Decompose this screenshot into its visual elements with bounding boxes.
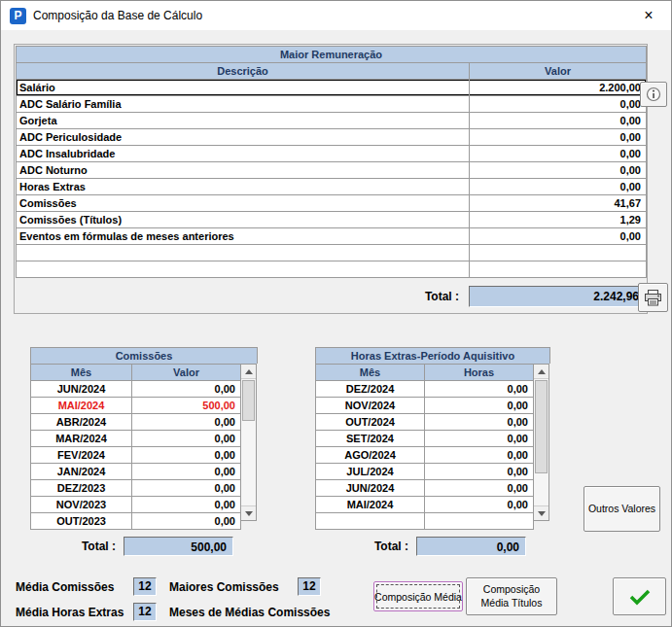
outros-valores-button[interactable]: Outros Valores xyxy=(584,486,660,532)
cell-valor[interactable]: 0,00 xyxy=(132,381,241,398)
cell-valor[interactable]: 0,00 xyxy=(132,480,241,497)
cell-descricao[interactable]: Horas Extras xyxy=(17,179,470,195)
chevron-down-icon[interactable] xyxy=(534,505,548,520)
cell-valor[interactable] xyxy=(470,261,647,278)
cell-descricao[interactable]: Comissões xyxy=(17,195,470,212)
cell-descricao[interactable]: ADC Periculosidade xyxy=(17,129,470,146)
cell-valor[interactable]: 2.200,00 xyxy=(470,80,647,96)
cell-horas[interactable]: 0,00 xyxy=(425,414,534,431)
cell-mes[interactable]: NOV/2024 xyxy=(316,398,425,414)
cell-horas[interactable]: 0,00 xyxy=(425,398,534,414)
table-row[interactable]: AGO/2024 0,00 xyxy=(316,447,534,464)
composicao-media-titulos-button[interactable]: Composição Média Títulos xyxy=(466,577,557,615)
cell-horas[interactable]: 0,00 xyxy=(425,447,534,464)
cell-descricao[interactable] xyxy=(17,261,470,278)
table-row[interactable]: JUN/2024 0,00 xyxy=(31,381,241,398)
table-row[interactable]: JAN/2024 0,00 xyxy=(31,464,241,480)
table-row[interactable]: DEZ/2024 0,00 xyxy=(316,381,534,398)
table-row[interactable]: ADC Periculosidade 0,00 xyxy=(17,129,647,146)
table-row[interactable] xyxy=(17,245,647,261)
table-row[interactable] xyxy=(316,513,534,530)
cell-valor[interactable]: 0,00 xyxy=(132,414,241,431)
cell-mes[interactable]: JAN/2024 xyxy=(31,464,132,480)
cell-valor[interactable]: 0,00 xyxy=(132,497,241,513)
info-button[interactable] xyxy=(640,82,667,107)
table-row[interactable]: ADC Noturno 0,00 xyxy=(17,162,647,179)
table-row[interactable]: FEV/2024 0,00 xyxy=(31,447,241,464)
table-row[interactable]: MAR/2024 0,00 xyxy=(31,431,241,447)
cell-valor[interactable]: 41,67 xyxy=(470,195,647,212)
cell-mes[interactable]: JUL/2024 xyxy=(316,464,425,480)
cell-valor[interactable]: 1,29 xyxy=(470,212,647,228)
cell-valor[interactable]: 0,00 xyxy=(132,513,241,530)
table-row[interactable]: Eventos em fórmulas de meses anteriores … xyxy=(17,228,647,245)
cell-descricao[interactable] xyxy=(17,245,470,261)
cell-horas[interactable]: 0,00 xyxy=(425,431,534,447)
table-row[interactable]: ABR/2024 0,00 xyxy=(31,414,241,431)
cell-valor[interactable]: 0,00 xyxy=(132,431,241,447)
scrollbar-thumb[interactable] xyxy=(535,380,548,473)
table-row[interactable]: JUN/2024 0,00 xyxy=(316,480,534,497)
cell-mes[interactable]: DEZ/2024 xyxy=(316,381,425,398)
print-button[interactable] xyxy=(638,283,668,312)
horas-scrollbar[interactable] xyxy=(534,364,549,521)
chevron-up-icon[interactable] xyxy=(534,365,548,379)
table-row[interactable]: Comissões (Títulos) 1,29 xyxy=(17,212,647,228)
table-row[interactable]: JUL/2024 0,00 xyxy=(316,464,534,480)
cell-mes[interactable]: OUT/2024 xyxy=(316,414,425,431)
cell-valor[interactable]: 0,00 xyxy=(470,146,647,162)
cell-valor[interactable]: 500,00 xyxy=(132,398,241,414)
cell-mes[interactable]: ABR/2024 xyxy=(31,414,132,431)
cell-horas[interactable]: 0,00 xyxy=(425,464,534,480)
cell-mes[interactable]: JUN/2024 xyxy=(31,381,132,398)
chevron-down-icon[interactable] xyxy=(241,505,256,520)
cell-horas[interactable]: 0,00 xyxy=(425,480,534,497)
cell-descricao[interactable]: Gorjeta xyxy=(17,113,470,129)
table-row[interactable]: ADC Insalubridade 0,00 xyxy=(17,146,647,162)
cell-descricao[interactable]: ADC Noturno xyxy=(17,162,470,179)
cell-valor[interactable]: 0,00 xyxy=(470,162,647,179)
table-row[interactable]: SET/2024 0,00 xyxy=(316,431,534,447)
cell-mes[interactable]: MAR/2024 xyxy=(31,431,132,447)
cell-valor[interactable] xyxy=(470,245,647,261)
cell-descricao[interactable]: Comissões (Títulos) xyxy=(17,212,470,228)
scrollbar-thumb[interactable] xyxy=(242,380,255,421)
cell-valor[interactable]: 0,00 xyxy=(470,179,647,195)
table-row[interactable]: ADC Salário Família 0,00 xyxy=(17,96,647,113)
cell-valor[interactable]: 0,00 xyxy=(470,113,647,129)
table-row[interactable]: OUT/2023 0,00 xyxy=(31,513,241,530)
confirm-button[interactable] xyxy=(613,577,666,615)
table-row[interactable]: MAI/2024 0,00 xyxy=(316,497,534,513)
cell-descricao[interactable]: Eventos em fórmulas de meses anteriores xyxy=(17,228,470,245)
cell-valor[interactable]: 0,00 xyxy=(470,129,647,146)
table-row[interactable]: OUT/2024 0,00 xyxy=(316,414,534,431)
chevron-up-icon[interactable] xyxy=(241,365,256,379)
table-row[interactable]: Salário 2.200,00 xyxy=(17,80,647,96)
cell-descricao[interactable]: ADC Salário Família xyxy=(17,96,470,113)
cell-horas[interactable]: 0,00 xyxy=(425,381,534,398)
cell-mes[interactable]: MAI/2024 xyxy=(31,398,132,414)
table-row[interactable]: Horas Extras 0,00 xyxy=(17,179,647,195)
close-button[interactable]: × xyxy=(626,1,671,30)
cell-mes[interactable]: DEZ/2023 xyxy=(31,480,132,497)
table-row[interactable]: Comissões 41,67 xyxy=(17,195,647,212)
cell-horas[interactable]: 0,00 xyxy=(425,497,534,513)
cell-mes[interactable]: NOV/2023 xyxy=(31,497,132,513)
table-row[interactable]: Gorjeta 0,00 xyxy=(17,113,647,129)
cell-mes[interactable]: SET/2024 xyxy=(316,431,425,447)
cell-valor[interactable]: 0,00 xyxy=(470,228,647,245)
cell-valor[interactable]: 0,00 xyxy=(132,464,241,480)
cell-descricao[interactable]: ADC Insalubridade xyxy=(17,146,470,162)
table-row[interactable] xyxy=(17,261,647,278)
cell-mes[interactable]: MAI/2024 xyxy=(316,497,425,513)
cell-mes[interactable]: AGO/2024 xyxy=(316,447,425,464)
composicao-media-button[interactable]: Composição Média xyxy=(373,581,463,611)
cell-mes[interactable] xyxy=(316,513,425,530)
cell-horas[interactable] xyxy=(425,513,534,530)
comissoes-scrollbar[interactable] xyxy=(241,364,257,521)
table-row[interactable]: DEZ/2023 0,00 xyxy=(31,480,241,497)
cell-mes[interactable]: OUT/2023 xyxy=(31,513,132,530)
table-row[interactable]: NOV/2024 0,00 xyxy=(316,398,534,414)
cell-descricao[interactable]: Salário xyxy=(17,80,470,96)
table-row[interactable]: NOV/2023 0,00 xyxy=(31,497,241,513)
